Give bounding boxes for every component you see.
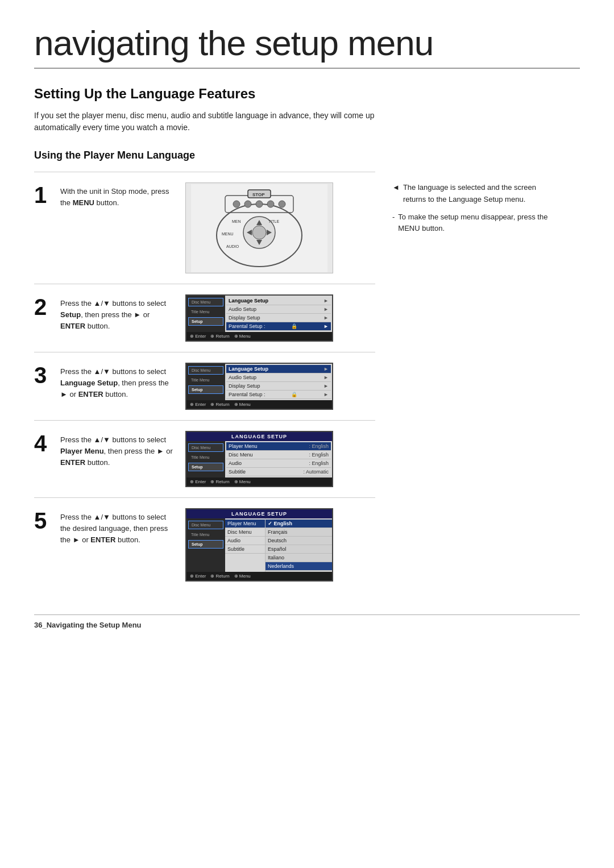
steps-main: 1 With the unit in Stop mode, press the … [34,172,375,592]
svg-text:MENU: MENU [222,232,234,236]
svg-text:AUDIO: AUDIO [226,244,239,248]
note-1-text: The language is selected and the screen … [403,182,557,206]
step-2-text: Press the ▲/▼ buttons to select Setup, t… [60,298,174,332]
step-4: 4 Press the ▲/▼ buttons to select Player… [34,420,375,497]
svg-text:TITLE: TITLE [268,219,279,223]
svg-point-7 [279,201,285,207]
step-5-image: LANGUAGE SETUP Disc Menu Title Menu [185,508,333,582]
note-2-symbol: - [392,211,395,235]
svg-point-9 [252,226,266,239]
note-2: - To make the setup menu disappear, pres… [392,211,557,235]
note-1-symbol: ◄ [392,182,400,206]
step-5: 5 Press the ▲/▼ buttons to select the de… [34,497,375,592]
step-2-image: Disc Menu Title Menu Setup [185,294,333,342]
step-3-image: Disc Menu Title Menu Setup [185,363,333,410]
page-title: navigating the setup menu [34,23,580,69]
section-title: Setting Up the Language Features [34,86,580,102]
steps-container: 1 With the unit in Stop mode, press the … [34,172,375,592]
intro-text: If you set the player menu, disc menu, a… [34,110,421,134]
note-1: ◄ The language is selected and the scree… [392,182,557,206]
svg-text:MEN: MEN [232,219,241,223]
step-5-number: 5 [34,509,60,532]
step-1: 1 With the unit in Stop mode, press the … [34,172,375,284]
svg-point-4 [244,201,251,207]
step-3-number: 3 [34,364,60,387]
step-4-text: Press the ▲/▼ buttons to select Player M… [60,434,174,468]
step-2: 2 Press the ▲/▼ buttons to select Setup,… [34,284,375,352]
step-1-text: With the unit in Stop mode, press the ME… [60,186,174,209]
step-4-image: LANGUAGE SETUP Disc Menu Title Menu [185,431,333,487]
steps-and-notes: 1 With the unit in Stop mode, press the … [34,172,580,592]
svg-point-6 [267,201,274,207]
step-4-number: 4 [34,432,60,455]
step-3: 3 Press the ▲/▼ buttons to select Langua… [34,352,375,420]
note-2-text: To make the setup menu disappear, press … [398,211,557,235]
svg-point-3 [233,201,240,207]
step-1-image: MEN TITLE MENU AUDIO STOP [185,182,333,273]
svg-point-5 [256,201,263,207]
step-2-number: 2 [34,296,60,318]
subsection-title: Using the Player Menu Language [34,149,580,161]
step-3-text: Press the ▲/▼ buttons to select Language… [60,366,174,400]
step-5-text: Press the ▲/▼ buttons to select the desi… [60,512,174,546]
remote-sketch: MEN TITLE MENU AUDIO STOP [185,182,333,273]
svg-text:STOP: STOP [252,192,265,197]
step-1-number: 1 [34,184,60,206]
right-notes: ◄ The language is selected and the scree… [392,172,557,240]
page-footer: 36_Navigating the Setup Menu [34,614,580,629]
